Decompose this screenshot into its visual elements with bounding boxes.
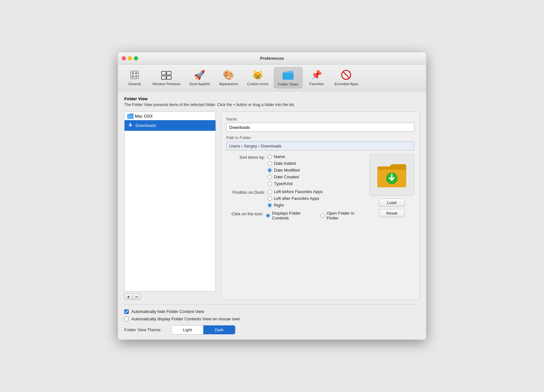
path-field-group: Path to Folder: Users › Sergey › Downloa… [226, 136, 414, 150]
sort-radio-date-added[interactable] [268, 161, 272, 166]
name-field-group: Name: [226, 117, 414, 132]
sort-radio-group: Name Date Added Date Modified [268, 154, 300, 186]
sort-option-name[interactable]: Name [268, 154, 300, 159]
mac-osx-label: Mac OSX [135, 114, 153, 119]
dock-applets-label: Dock Applets [189, 82, 210, 86]
click-label: Click on the icon: [226, 211, 263, 216]
click-open-finder[interactable]: Open Folder in Finder [320, 211, 365, 220]
excluded-apps-label: Excluded Apps [335, 82, 358, 86]
svg-rect-4 [135, 76, 137, 77]
section-title: Folder View [124, 96, 420, 101]
toolbar-item-custom-icons[interactable]: 😸 Custom Icons [243, 67, 272, 88]
auto-display-checkbox[interactable] [124, 317, 129, 321]
sort-option-date-modified[interactable]: Date Modified [268, 168, 300, 173]
name-label: Name: [226, 117, 414, 121]
downloads-label: Downloads [136, 123, 156, 128]
sort-radio-date-created[interactable] [268, 175, 272, 179]
position-left-after[interactable]: Left after Favorites Apps [268, 196, 323, 201]
sort-option-date-added[interactable]: Date Added [268, 161, 300, 166]
svg-rect-2 [135, 72, 137, 74]
theme-segmented-control: Light Dark [171, 325, 235, 334]
sort-radio-type-kind[interactable] [268, 182, 272, 186]
position-label: Position on Dock: [226, 189, 265, 195]
bottom-section: Automatically hide Folder Content View A… [124, 304, 420, 334]
maximize-button[interactable] [134, 56, 138, 60]
toolbar-item-excluded-apps[interactable]: Excluded Apps [331, 67, 362, 88]
folder-item-mac-osx[interactable]: Mac OSX [125, 112, 215, 120]
click-section: Click on the icon: Displays Folder Conte… [226, 211, 365, 220]
auto-hide-row[interactable]: Automatically hide Folder Content View [124, 309, 420, 314]
window-previews-icon [161, 69, 172, 81]
add-folder-button[interactable]: + [124, 293, 133, 300]
toolbar-item-folder-views[interactable]: Folder Views [274, 67, 303, 88]
remove-folder-button[interactable]: − [133, 293, 141, 300]
path-display: Users › Sergey › Downloads [226, 141, 414, 150]
toolbar-item-favorites[interactable]: 📌 Favorites [304, 67, 329, 88]
favorites-label: Favorites [309, 82, 324, 86]
svg-rect-8 [167, 76, 171, 79]
sort-name-label: Name [274, 154, 285, 159]
downloads-icon [127, 122, 134, 129]
load-button[interactable]: Load [379, 199, 405, 207]
folder-views-label: Folder Views [278, 82, 298, 86]
toolbar-item-dock-applets[interactable]: 🚀 Dock Applets [186, 67, 214, 88]
sort-date-created-label: Date Created [274, 174, 299, 179]
excluded-apps-icon [340, 69, 352, 81]
svg-line-10 [343, 72, 349, 78]
position-section: Position on Dock: Left before Favorites … [226, 189, 365, 208]
list-buttons: + − [124, 293, 216, 300]
appearance-label: Appearance [219, 82, 238, 86]
sort-option-date-created[interactable]: Date Created [268, 174, 300, 179]
middle-section: Sort items by: Name Date Added [226, 154, 414, 220]
svg-rect-1 [132, 72, 134, 74]
click-radio-open-finder[interactable] [320, 213, 325, 218]
position-radio-left-before[interactable] [268, 190, 272, 194]
title-bar: Preferences [118, 52, 426, 65]
reset-button[interactable]: Reset [379, 209, 405, 217]
content-area: Folder View The Folder View presents ite… [118, 91, 426, 340]
theme-dark-button[interactable]: Dark [203, 325, 235, 334]
minimize-button[interactable] [128, 56, 132, 60]
auto-display-row[interactable]: Automatically display Folder Contents Vi… [124, 316, 420, 321]
position-left-before[interactable]: Left before Favorites Apps [268, 189, 323, 194]
toolbar-item-window-previews[interactable]: Window Previews [149, 67, 184, 88]
mac-osx-folder-icon [127, 113, 133, 119]
sort-radio-date-modified[interactable] [268, 168, 272, 173]
traffic-lights [122, 56, 138, 60]
preferences-window: Preferences General [118, 52, 426, 340]
position-radio-left-after[interactable] [268, 196, 272, 201]
click-displays-folder-label: Displays Folder Contents [272, 211, 317, 220]
position-left-after-label: Left after Favorites Apps [274, 196, 319, 201]
toolbar-item-general[interactable]: General [122, 67, 147, 88]
toolbar: General Window Previews 🚀 Dock Applets [118, 65, 426, 91]
theme-light-button[interactable]: Light [171, 325, 203, 334]
sort-section: Sort items by: Name Date Added [226, 154, 365, 186]
position-radio-group: Left before Favorites Apps Left after Fa… [268, 189, 323, 208]
svg-rect-0 [131, 71, 138, 79]
position-right[interactable]: Right [268, 203, 323, 208]
close-button[interactable] [122, 56, 126, 60]
custom-icons-label: Custom Icons [247, 82, 268, 86]
auto-hide-label: Automatically hide Folder Content View [131, 309, 204, 314]
auto-display-label: Automatically display Folder Contents Vi… [131, 316, 240, 321]
sort-date-added-label: Date Added [274, 161, 296, 166]
name-input[interactable] [226, 123, 414, 132]
folder-views-icon [282, 69, 294, 81]
sort-radio-name[interactable] [268, 155, 272, 159]
svg-rect-6 [167, 71, 171, 75]
position-left-before-label: Left before Favorites Apps [274, 189, 323, 194]
sort-label: Sort items by: [226, 154, 265, 160]
auto-hide-checkbox[interactable] [124, 309, 129, 314]
click-displays-folder[interactable]: Displays Folder Contents [266, 211, 317, 220]
downloads-folder-preview-svg [376, 162, 408, 189]
position-radio-right[interactable] [268, 203, 272, 208]
folder-item-downloads[interactable]: Downloads [125, 120, 215, 131]
window-title: Preferences [260, 56, 284, 61]
folder-preview [369, 154, 414, 196]
toolbar-item-appearance[interactable]: 🎨 Appearance [215, 67, 242, 88]
sort-option-type-kind[interactable]: Type/Kind [268, 181, 300, 186]
click-radio-displays-folder[interactable] [266, 213, 270, 218]
section-description: The Folder View presents items of the se… [124, 102, 420, 107]
general-icon [129, 69, 140, 81]
favorites-icon: 📌 [311, 69, 322, 81]
